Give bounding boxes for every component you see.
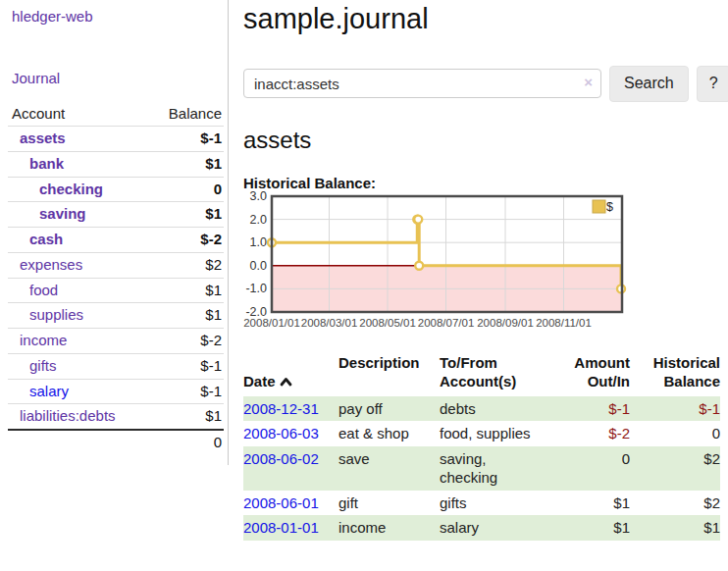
data-point-marker (415, 261, 423, 269)
transaction-description: pay off (338, 396, 440, 422)
transaction-amount: $-1 (557, 396, 630, 422)
accounts-total-spacer (8, 430, 147, 455)
account-balance: $-1 (147, 353, 224, 379)
account-row: income$-2 (8, 329, 224, 354)
register-header-accounts: To/From Account(s) (440, 351, 557, 396)
chart-svg: $3.02.01.00.0-1.0-2.02008/01/012008/03/0… (243, 194, 720, 332)
chart-title: Historical Balance: (243, 175, 728, 191)
account-link-food[interactable]: food (29, 282, 58, 298)
account-balance: 0 (147, 177, 224, 202)
y-axis-tick-label: 2.0 (250, 212, 267, 226)
accounts-total-value: 0 (147, 430, 224, 455)
transaction-amount: $1 (557, 491, 630, 516)
sidebar-item-journal[interactable]: Journal (12, 70, 228, 86)
account-row: food$1 (8, 278, 224, 303)
sidebar: hledger-web Journal Account Balance asse… (0, 0, 229, 465)
transaction-amount: 0 (557, 446, 630, 491)
account-link-income[interactable]: income (20, 332, 67, 348)
account-link-cash[interactable]: cash (29, 231, 63, 247)
x-axis-tick-label: 2008/01/01 (243, 317, 300, 329)
transaction-date-link[interactable]: 2008-06-03 (243, 425, 319, 441)
register-header-row: Date Description To/From Account(s) Amou… (243, 351, 720, 396)
clear-search-icon[interactable]: × (584, 74, 593, 90)
transaction-row: 2008-12-31pay offdebts$-1$-1 (243, 396, 720, 422)
transaction-balance: $2 (630, 446, 720, 491)
account-row: expenses$2 (8, 252, 224, 278)
account-balance: $1 (147, 202, 224, 228)
transaction-date-link[interactable]: 2008-01-01 (243, 519, 319, 536)
account-link-saving[interactable]: saving (39, 205, 86, 222)
register-header-amount: Amount Out/In (557, 351, 630, 396)
y-axis-tick-label: 0.0 (250, 258, 267, 272)
x-axis-tick-label: 2008/09/01 (477, 317, 534, 329)
transaction-balance: $2 (630, 491, 720, 516)
account-heading: assets (243, 127, 728, 154)
search-input-wrap: × (243, 69, 601, 98)
transaction-row: 2008-06-01giftgifts$1$2 (243, 491, 720, 516)
accounts-tbody: assets$-1bank$1checking0saving$1cash$-2e… (8, 127, 224, 431)
transaction-balance: $1 (630, 515, 720, 541)
accounts-header-account: Account (8, 102, 147, 127)
transaction-date-link[interactable]: 2008-12-31 (243, 400, 319, 417)
account-link-salary[interactable]: salary (29, 383, 69, 399)
account-link-liabilities-debts[interactable]: liabilities:debts (20, 407, 116, 424)
register-header-date[interactable]: Date (243, 351, 338, 396)
transaction-description: save (338, 446, 440, 491)
transaction-row: 2008-01-01incomesalary$1$1 (243, 515, 720, 541)
sort-ascending-icon (280, 373, 292, 389)
register-header-balance: Historical Balance (630, 351, 720, 396)
x-axis-tick-label: 2008/11/01 (536, 317, 592, 329)
transaction-description: income (338, 515, 440, 541)
account-balance: $1 (147, 303, 224, 329)
transaction-amount: $-2 (557, 421, 630, 446)
account-row: assets$-1 (8, 127, 224, 152)
transaction-description: eat & shop (338, 421, 440, 446)
transaction-date-link[interactable]: 2008-06-01 (243, 494, 319, 511)
y-axis-tick-label: 3.0 (250, 189, 267, 203)
account-row: saving$1 (8, 202, 224, 228)
transaction-accounts: food, supplies (440, 421, 557, 446)
account-link-expenses[interactable]: expenses (20, 256, 82, 273)
transaction-balance: 0 (630, 421, 720, 446)
transaction-row: 2008-06-02savesaving, checking0$2 (243, 446, 720, 491)
x-axis-tick-label: 2008/07/01 (418, 317, 475, 329)
account-link-bank[interactable]: bank (29, 155, 64, 172)
account-balance: $-2 (147, 228, 224, 253)
app-title-link[interactable]: hledger-web (12, 8, 228, 25)
help-button[interactable]: ? (697, 66, 728, 102)
transaction-description: gift (338, 491, 440, 516)
search-input[interactable] (243, 69, 601, 98)
search-button[interactable]: Search (609, 66, 689, 102)
account-balance: $-1 (147, 127, 224, 152)
account-link-gifts[interactable]: gifts (29, 357, 57, 374)
account-balance: $2 (147, 252, 224, 278)
register-header-description: Description (338, 351, 440, 396)
account-link-checking[interactable]: checking (39, 181, 103, 197)
accounts-total-row: 0 (8, 430, 224, 455)
account-row: cash$-2 (8, 228, 224, 253)
transaction-accounts: gifts (440, 491, 557, 516)
transaction-row: 2008-06-03eat & shopfood, supplies$-20 (243, 421, 720, 446)
historical-balance-chart: $3.02.01.00.0-1.0-2.02008/01/012008/03/0… (243, 194, 728, 332)
account-row: liabilities:debts$1 (8, 404, 224, 430)
accounts-table: Account Balance assets$-1bank$1checking0… (8, 102, 224, 455)
search-bar: × Search ? (243, 66, 728, 102)
account-balance: $-1 (147, 379, 224, 404)
transaction-accounts: salary (440, 515, 557, 541)
transaction-accounts: saving, checking (440, 446, 557, 491)
account-balance: $1 (147, 404, 224, 430)
y-axis-tick-label: 1.0 (250, 235, 267, 249)
account-row: salary$-1 (8, 379, 224, 404)
account-link-assets[interactable]: assets (20, 130, 66, 146)
accounts-header-row: Account Balance (8, 102, 224, 127)
account-row: gifts$-1 (8, 353, 224, 379)
account-row: checking0 (8, 177, 224, 202)
account-row: bank$1 (8, 151, 224, 177)
app-window: hledger-web Journal Account Balance asse… (0, 0, 728, 541)
account-link-supplies[interactable]: supplies (29, 306, 83, 323)
transaction-accounts: debts (440, 396, 557, 422)
transaction-amount: $1 (557, 515, 630, 541)
transaction-date-link[interactable]: 2008-06-02 (243, 450, 319, 467)
main-content: sample.journal × Search ? assets Histori… (243, 0, 728, 541)
register-tbody: 2008-12-31pay offdebts$-1$-12008-06-03ea… (243, 396, 720, 541)
